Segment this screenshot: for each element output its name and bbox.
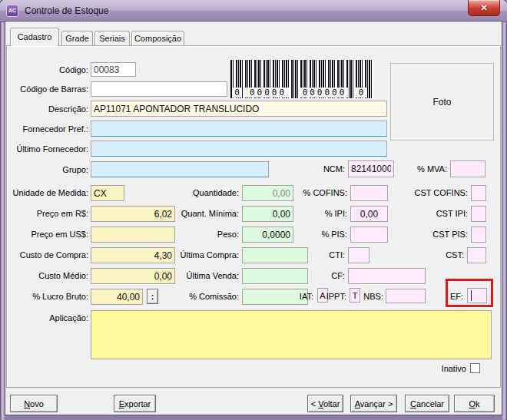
codigo-barras-input[interactable] (91, 81, 227, 97)
ncm-label: NCM: (311, 164, 345, 174)
voltar-button[interactable]: < Voltar (307, 395, 343, 412)
avancar-button[interactable]: Avançar > (350, 395, 397, 412)
titlebar[interactable]: AC Controle de Estoque ✕ (0, 0, 507, 22)
button-label-part: V (318, 399, 323, 408)
barcode-image: 0 00000 000000 0 (230, 60, 374, 98)
quantidade-label: Quantidade: (177, 188, 239, 197)
button-label-part: xportar (124, 399, 151, 408)
cst-pis-label: CST PIS: (399, 230, 468, 239)
tab-composicao[interactable]: Composição (131, 31, 184, 46)
iat-label: IAT: (281, 292, 313, 301)
foto-placeholder: Foto (390, 63, 494, 141)
ultima-venda-label: Última Venda: (177, 271, 239, 280)
close-button[interactable]: ✕ (468, 0, 500, 16)
fornecedor-pref-label: Fornecedor Pref.: (3, 124, 88, 134)
lucro-bruto-input[interactable] (91, 289, 143, 305)
nbs-input[interactable] (386, 289, 426, 303)
foto-label: Foto (432, 97, 451, 107)
quant-minima-label: Quant. Mínima: (177, 209, 239, 218)
nbs-label: NBS: (355, 292, 383, 301)
cst-ipi-label: CST IPI: (399, 209, 468, 218)
custo-compra-label: Custo de Compra: (3, 250, 88, 260)
codigo-input[interactable] (91, 62, 136, 77)
unidade-medida-input[interactable] (91, 185, 124, 201)
lucro-bruto-label: % Lucro Bruto: (3, 292, 88, 301)
preco-uss-label: Preço em US$: (3, 230, 88, 239)
quantidade-input[interactable] (242, 185, 293, 201)
custo-medio-label: Custo Médio: (3, 271, 88, 280)
cst-cofins-label: CST COFINS: (399, 188, 468, 197)
cst-pis-input[interactable] (471, 227, 486, 243)
grupo-input[interactable] (91, 161, 269, 177)
mva-label: % MVA: (392, 164, 447, 174)
descricao-input[interactable] (91, 101, 387, 117)
button-label-part: ancelar (416, 399, 444, 408)
cst-input[interactable] (467, 247, 486, 263)
custo-compra-input[interactable] (91, 247, 175, 263)
quant-minima-input[interactable] (242, 206, 293, 222)
tab-grade[interactable]: Grade (61, 31, 93, 46)
ipi-input[interactable] (350, 206, 388, 222)
novo-button[interactable]: Novo (10, 395, 58, 412)
preco-uss-input[interactable] (91, 227, 175, 243)
ok-button[interactable]: Ok (454, 395, 495, 412)
ippt-label: IPPT: (321, 292, 346, 301)
button-label-part: E (119, 399, 124, 408)
cofins-label: % COFINS: (296, 188, 347, 197)
barcode-digits: 000000 (300, 88, 349, 98)
codigo-barras-label: Código de Barras: (3, 84, 88, 94)
ef-label: EF: (442, 292, 463, 301)
tab-cadastro[interactable]: Cadastro (10, 28, 59, 46)
button-label-part: A (355, 399, 360, 408)
exportar-button[interactable]: Exportar (114, 395, 156, 412)
custo-medio-input[interactable] (91, 268, 175, 284)
text-caret (471, 290, 472, 301)
barcode-digits: 0 (232, 88, 242, 98)
ncm-input[interactable] (348, 160, 394, 177)
cst-cofins-input[interactable] (471, 185, 486, 201)
comissao-label: % Comissão: (177, 292, 239, 301)
barcode-digits: 0 (356, 88, 366, 98)
cst-label: CST: (430, 250, 464, 260)
fornecedor-pref-input[interactable] (91, 121, 387, 137)
aplicacao-label: Aplicação: (3, 313, 88, 322)
controle-de-estoque-window: AC Controle de Estoque ✕ Grade Seriais C… (0, 0, 507, 420)
pis-input[interactable] (350, 227, 388, 243)
ultimo-fornecedor-label: Último Fornecedor: (3, 144, 88, 154)
app-icon: AC (6, 5, 18, 17)
ef-input[interactable] (467, 288, 487, 303)
ultima-venda-input[interactable] (242, 268, 308, 284)
button-label-part: oltar (323, 399, 340, 408)
button-label-part: vançar > (360, 399, 393, 408)
inativo-label: Inativo (399, 364, 466, 373)
peso-input[interactable] (242, 227, 293, 243)
cofins-input[interactable] (350, 185, 388, 201)
preco-rs-input[interactable] (91, 206, 175, 222)
inativo-checkbox[interactable] (470, 363, 480, 373)
window-title: Controle de Estoque (25, 5, 108, 16)
button-label-part: k (476, 399, 480, 408)
ultima-compra-label: Última Compra: (177, 250, 239, 260)
pis-label: % PIS: (296, 230, 347, 239)
cf-input[interactable] (348, 268, 426, 284)
button-label-part: O (469, 399, 476, 408)
tab-seriais[interactable]: Seriais (94, 31, 130, 46)
preco-rs-label: Preço em R$: (3, 209, 88, 218)
peso-label: Peso: (177, 230, 239, 239)
cst-ipi-input[interactable] (471, 206, 486, 222)
button-label-part: N (24, 399, 30, 408)
ultimo-fornecedor-input[interactable] (91, 141, 387, 157)
lucro-bruto-more-button[interactable]: : (147, 289, 158, 304)
button-label-part: ovo (30, 399, 44, 408)
button-label-part: < (311, 399, 318, 408)
mva-input[interactable] (450, 160, 485, 177)
aplicacao-textarea[interactable] (91, 310, 492, 359)
unidade-medida-label: Unidade de Medida: (3, 188, 88, 197)
cti-input[interactable] (348, 247, 369, 263)
button-label-part: C (410, 399, 416, 408)
barcode-digits: 00000 (245, 88, 291, 98)
descricao-label: Descrição: (3, 104, 88, 114)
ultima-compra-input[interactable] (242, 247, 308, 263)
cancelar-button[interactable]: Cancelar (405, 395, 449, 412)
cti-label: CTI: (311, 250, 345, 260)
